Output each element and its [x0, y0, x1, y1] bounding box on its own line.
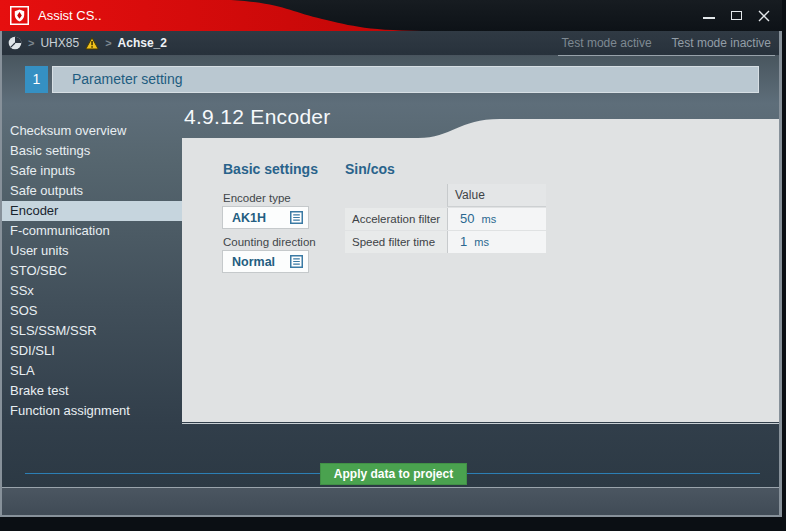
sidebar-item-brake-test[interactable]: Brake test	[2, 381, 182, 401]
sidebar-item-user-units[interactable]: User units	[2, 241, 182, 261]
basic-settings-heading: Basic settings	[223, 161, 318, 177]
breadcrumb-device[interactable]: UHX85	[40, 36, 79, 50]
sidebar-item-function-assignment[interactable]: Function assignment	[2, 401, 182, 421]
shield-logo-icon	[10, 6, 29, 25]
main-area: 1 Parameter setting Checksum overview Ba…	[0, 56, 782, 487]
counting-direction-dropdown[interactable]: Normal	[222, 250, 309, 273]
window-border-bottom	[0, 515, 782, 517]
minimize-icon[interactable]	[703, 17, 715, 19]
chevron-separator: >	[105, 37, 111, 49]
row-value: 50	[460, 211, 474, 226]
row-value: 1	[460, 234, 467, 249]
sidebar-item-sos[interactable]: SOS	[2, 301, 182, 321]
sidebar-item-encoder[interactable]: Encoder	[2, 201, 182, 221]
sidebar-item-ssx[interactable]: SSx	[2, 281, 182, 301]
status-bar	[2, 487, 779, 515]
row-label: Acceleration filter time	[345, 208, 447, 230]
encoder-type-dropdown[interactable]: AK1H	[222, 206, 309, 229]
window-controls	[703, 0, 770, 31]
header-spacer	[345, 184, 447, 207]
application-window: Assist CS.. > UHX85 > Achse_2	[0, 0, 786, 531]
app-title: Assist CS..	[38, 0, 102, 31]
sidebar-item-sto-sbc[interactable]: STO/SBC	[2, 261, 182, 281]
row-unit: ms	[481, 213, 496, 225]
dropdown-list-icon	[290, 255, 303, 268]
sincos-heading: Sin/cos	[345, 161, 395, 177]
window-border-left	[0, 31, 2, 517]
counting-direction-label: Counting direction	[223, 236, 316, 248]
dropdown-list-icon	[290, 211, 303, 224]
speed-filter-time-field[interactable]: 1ms	[447, 231, 546, 253]
warning-icon	[85, 37, 99, 50]
window-border-right	[779, 31, 782, 517]
value-column-header: Value	[447, 184, 546, 207]
title-bar: Assist CS..	[0, 0, 782, 31]
sidebar-item-basic-settings[interactable]: Basic settings	[2, 141, 182, 161]
row-unit: ms	[474, 236, 489, 248]
sidebar-item-sdi-sli[interactable]: SDI/SLI	[2, 341, 182, 361]
encoder-type-label: Encoder type	[223, 192, 291, 204]
close-icon[interactable]	[758, 10, 770, 22]
test-mode-active-link[interactable]: Test mode active	[562, 36, 652, 50]
chevron-separator: >	[28, 37, 34, 49]
counting-direction-value: Normal	[232, 255, 275, 269]
test-mode-inactive-link[interactable]: Test mode inactive	[672, 36, 771, 50]
table-header-row: Value	[345, 184, 546, 207]
sincos-table: Value Acceleration filter time 50ms Spee…	[345, 184, 546, 254]
step-number-badge: 1	[25, 66, 48, 93]
sidebar-item-f-communication[interactable]: F-communication	[2, 221, 182, 241]
table-row: Speed filter time 1ms	[345, 231, 546, 253]
breadcrumb: > UHX85 > Achse_2	[8, 31, 167, 55]
panel-bottom-highlight	[182, 423, 779, 424]
test-mode-switch: Test mode active Test mode inactive	[558, 31, 775, 56]
breadcrumb-bar: > UHX85 > Achse_2 Test mode active Test …	[0, 31, 782, 56]
red-swoosh-decoration	[0, 0, 782, 31]
sidebar-item-sls-ssm-ssr[interactable]: SLS/SSM/SSR	[2, 321, 182, 341]
encoder-type-value: AK1H	[232, 211, 266, 225]
pie-status-icon	[8, 36, 22, 50]
row-label: Speed filter time	[345, 231, 447, 253]
sidebar-item-sla[interactable]: SLA	[2, 361, 182, 381]
sidebar-item-safe-outputs[interactable]: Safe outputs	[2, 181, 182, 201]
step-header[interactable]: Parameter setting	[52, 66, 759, 93]
apply-data-button[interactable]: Apply data to project	[320, 463, 467, 485]
page-title: 4.9.12 Encoder	[184, 105, 331, 129]
sidebar-item-checksum-overview[interactable]: Checksum overview	[2, 121, 182, 141]
sidebar-navigation: Checksum overview Basic settings Safe in…	[2, 121, 182, 421]
breadcrumb-axis[interactable]: Achse_2	[118, 36, 167, 50]
acceleration-filter-time-field[interactable]: 50ms	[447, 208, 546, 230]
table-row: Acceleration filter time 50ms	[345, 208, 546, 230]
sidebar-item-safe-inputs[interactable]: Safe inputs	[2, 161, 182, 181]
maximize-icon[interactable]	[731, 11, 742, 20]
